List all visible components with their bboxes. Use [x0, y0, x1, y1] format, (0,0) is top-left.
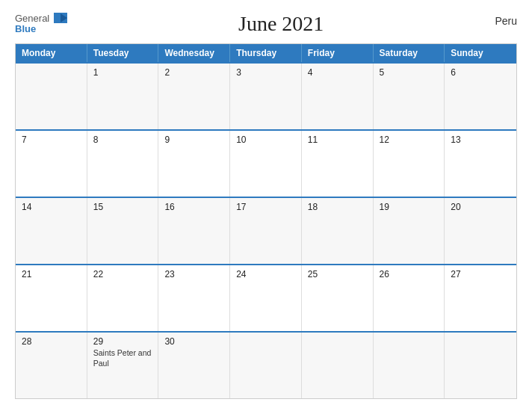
cell-w3-fri: 18: [302, 198, 374, 264]
day-10: 10: [236, 135, 295, 145]
day-15: 15: [93, 202, 152, 212]
day-23: 23: [164, 269, 223, 279]
cell-w5-mon: 28: [16, 333, 87, 398]
cell-w1-mon: [16, 64, 87, 129]
cell-w4-tue: 22: [87, 265, 159, 331]
day-1: 1: [93, 67, 152, 78]
calendar: Monday Tuesday Wednesday Thursday Friday…: [15, 43, 517, 399]
cell-w2-wed: 9: [158, 131, 230, 197]
cell-w1-sat: 5: [374, 64, 445, 129]
logo-blue-text: Blue: [15, 24, 36, 34]
week-3: 14 15 16 17 18 19 20: [16, 197, 516, 264]
cell-w3-thu: 17: [230, 198, 302, 264]
header-tuesday: Tuesday: [87, 44, 159, 62]
header-wednesday: Wednesday: [158, 44, 230, 62]
cell-w2-sun: 13: [445, 131, 516, 197]
day-12: 12: [380, 135, 439, 145]
logo-flag-icon: [54, 13, 67, 23]
day-24: 24: [236, 269, 295, 279]
day-20: 20: [451, 202, 510, 212]
day-7: 7: [22, 135, 81, 145]
day-16: 16: [164, 202, 223, 212]
cell-w4-sun: 27: [445, 265, 516, 331]
cell-w5-wed: 30: [158, 333, 230, 398]
day-21: 21: [22, 269, 81, 279]
header-friday: Friday: [302, 44, 374, 62]
week-4: 21 22 23 24 25 26 27: [16, 264, 516, 331]
day-18: 18: [308, 202, 367, 212]
cell-w1-fri: 4: [302, 64, 374, 129]
country-label: Peru: [495, 12, 517, 27]
cell-w1-thu: 3: [230, 64, 302, 129]
day-17: 17: [236, 202, 295, 212]
cell-w2-thu: 10: [230, 131, 302, 197]
cell-w5-sun: [445, 333, 516, 398]
cell-w3-sun: 20: [445, 198, 516, 264]
day-19: 19: [380, 202, 439, 212]
cell-w2-mon: 7: [16, 131, 87, 197]
day-8: 8: [93, 135, 152, 145]
cell-w1-tue: 1: [87, 64, 159, 129]
cell-w5-sat: [374, 333, 445, 398]
day-25: 25: [308, 269, 367, 279]
cell-w4-sat: 26: [374, 265, 445, 331]
cell-w3-mon: 14: [16, 198, 87, 264]
header-sunday: Sunday: [445, 44, 516, 62]
header-thursday: Thursday: [230, 44, 302, 62]
day-28: 28: [22, 336, 81, 347]
day-5: 5: [380, 67, 439, 78]
day-11: 11: [308, 135, 367, 145]
cell-w4-wed: 23: [158, 265, 230, 331]
week-5: 28 29 Saints Peter and Paul 30: [16, 331, 516, 398]
day-27: 27: [451, 269, 510, 279]
day-29: 29: [93, 336, 152, 347]
header-monday: Monday: [16, 44, 87, 62]
logo-general-text: General: [15, 13, 67, 25]
svg-rect-0: [54, 13, 61, 23]
cell-w4-fri: 25: [302, 265, 374, 331]
day-30: 30: [164, 336, 223, 347]
cell-w2-fri: 11: [302, 131, 374, 197]
day-2: 2: [164, 67, 223, 78]
cell-w2-tue: 8: [87, 131, 159, 197]
cell-w1-sun: 6: [445, 64, 516, 129]
page: General Blue June 2021 Peru Monday Tuesd…: [0, 0, 532, 411]
week-2: 7 8 9 10 11 12 13: [16, 129, 516, 197]
cell-w5-tue: 29 Saints Peter and Paul: [87, 333, 159, 398]
cell-w3-tue: 15: [87, 198, 159, 264]
day-14: 14: [22, 202, 81, 212]
day-26: 26: [380, 269, 439, 279]
calendar-title: June 2021: [67, 12, 495, 36]
cell-w4-thu: 24: [230, 265, 302, 331]
cell-w3-sat: 19: [374, 198, 445, 264]
day-3: 3: [236, 67, 295, 78]
day-9: 9: [164, 135, 223, 145]
cell-w4-mon: 21: [16, 265, 87, 331]
day-22: 22: [93, 269, 152, 279]
cell-w2-sat: 12: [374, 131, 445, 197]
header-saturday: Saturday: [374, 44, 445, 62]
cell-w5-fri: [302, 333, 374, 398]
day-4: 4: [308, 67, 367, 78]
week-1: 1 2 3 4 5 6: [16, 62, 516, 129]
header: General Blue June 2021 Peru: [15, 12, 517, 36]
logo: General Blue: [15, 13, 67, 35]
cell-w3-wed: 16: [158, 198, 230, 264]
calendar-header-row: Monday Tuesday Wednesday Thursday Friday…: [16, 44, 516, 62]
day-13: 13: [451, 135, 510, 145]
cell-w5-thu: [230, 333, 302, 398]
cell-w1-wed: 2: [158, 64, 230, 129]
event-saints-peter-paul: Saints Peter and Paul: [93, 348, 152, 368]
calendar-body: 1 2 3 4 5 6: [16, 62, 516, 398]
day-6: 6: [451, 67, 510, 78]
